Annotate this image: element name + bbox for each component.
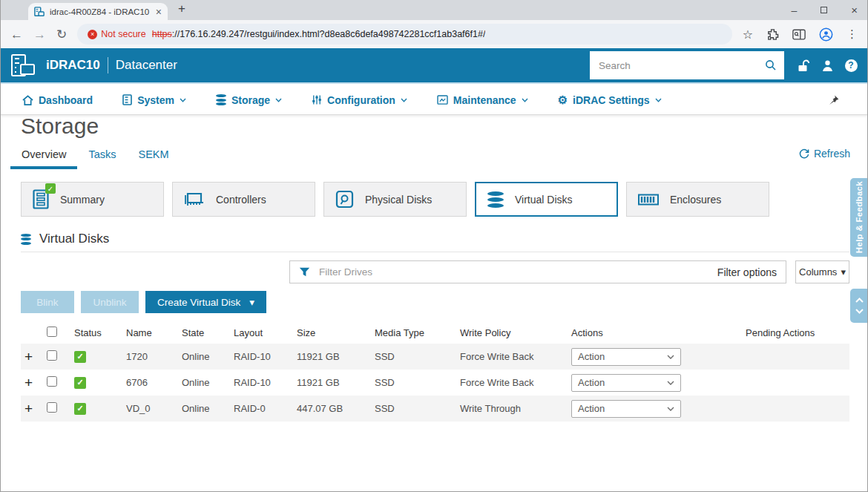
browser-menu-icon[interactable]: ⋮ (846, 27, 858, 41)
tab-close-icon[interactable]: × (156, 7, 162, 17)
chevron-down-icon (667, 381, 674, 385)
filter-drives-box[interactable]: Filter options (289, 260, 786, 283)
window-minimize-icon[interactable]: – (791, 4, 797, 16)
action-select[interactable]: Action (571, 374, 681, 392)
idrac-logo-icon (10, 53, 37, 77)
col-pending-actions: Pending Actions (742, 327, 849, 338)
vd-state: Online (178, 351, 230, 362)
menu-configuration[interactable]: Configuration (312, 94, 407, 106)
action-select[interactable]: Action (571, 348, 681, 366)
card-controllers[interactable]: Controllers (172, 182, 315, 217)
window-close-icon[interactable]: × (851, 4, 858, 16)
row-checkbox[interactable] (47, 376, 57, 387)
card-summary[interactable]: ✓ Summary (21, 182, 164, 217)
not-secure-badge[interactable]: × Not secure (88, 29, 145, 39)
reload-icon[interactable]: ↻ (56, 28, 67, 41)
menu-storage[interactable]: Storage (216, 94, 282, 107)
page-scroll-tab[interactable] (850, 289, 868, 323)
filter-options-link[interactable]: Filter options (717, 266, 777, 278)
select-all-checkbox[interactable] (47, 327, 57, 337)
expand-row-icon[interactable]: + (21, 375, 43, 390)
card-physical-disks[interactable]: Physical Disks (323, 182, 467, 217)
vd-state: Online (178, 377, 230, 388)
action-select-value: Action (578, 403, 605, 414)
bookmark-star-icon[interactable]: ☆ (743, 27, 753, 42)
vd-state: Online (178, 403, 230, 414)
blink-button[interactable]: Blink (21, 291, 74, 313)
unlock-icon[interactable] (798, 59, 811, 72)
vd-layout: RAID-0 (230, 403, 293, 414)
menu-maintenance[interactable]: Maintenance (437, 94, 528, 106)
new-tab-button[interactable]: + (178, 1, 185, 16)
expand-row-icon[interactable]: + (21, 350, 43, 364)
table-row: + ✓ 6706 Online RAID-10 11921 GB SSD For… (21, 370, 849, 396)
tab-sekm[interactable]: SEKM (128, 147, 180, 169)
url-rest: ://176.16.249.247/restgui/index.html?d8e… (172, 29, 486, 39)
chevron-down-icon (180, 98, 186, 102)
extensions-icon[interactable] (766, 28, 779, 41)
columns-dropdown[interactable]: Columns ▾ (795, 260, 849, 283)
filter-drives-input[interactable] (318, 266, 710, 278)
user-icon[interactable] (821, 59, 834, 72)
chevron-down-icon (655, 98, 662, 102)
window-maximize-icon[interactable] (821, 7, 827, 13)
vd-name: 1720 (122, 351, 178, 362)
menu-label: iDRAC Settings (573, 94, 649, 106)
app-header: iDRAC10 Datacenter ? (0, 48, 868, 84)
tab-overview[interactable]: Overview (10, 147, 77, 169)
row-checkbox[interactable] (47, 350, 57, 361)
profile-icon[interactable] (819, 27, 833, 42)
col-actions: Actions (568, 327, 742, 338)
tab-tasks[interactable]: Tasks (77, 147, 127, 169)
idrac-favicon-icon (34, 7, 45, 17)
card-label: Virtual Disks (515, 194, 573, 206)
row-checkbox[interactable] (47, 402, 57, 413)
url-scheme: https (152, 29, 172, 39)
card-enclosures[interactable]: Enclosures (626, 182, 769, 217)
chevron-up-icon[interactable] (855, 298, 864, 303)
forward-icon[interactable]: → (33, 28, 46, 41)
gear-icon: ⚙ (558, 94, 568, 105)
card-label: Physical Disks (365, 194, 432, 206)
unblink-button[interactable]: Unblink (81, 291, 139, 313)
section-header: Virtual Disks (21, 232, 109, 246)
vd-write-policy: Force Write Back (456, 351, 568, 362)
global-search[interactable] (590, 51, 784, 79)
vd-name: VD_0 (122, 403, 178, 414)
menu-system[interactable]: System (122, 94, 186, 106)
menu-label: Storage (231, 94, 270, 106)
vd-size: 447.07 GB (293, 403, 371, 414)
virtual-disk-icon (21, 232, 31, 246)
browser-tab[interactable]: idrac-4R00Z84 - iDRAC10 - Stor × (28, 3, 168, 20)
expand-row-icon[interactable]: + (21, 401, 43, 416)
caret-down-icon: ▾ (249, 296, 254, 308)
menu-dashboard[interactable]: Dashboard (22, 94, 93, 106)
help-feedback-tab[interactable]: Help & Feedback (850, 178, 868, 257)
menu-label: Configuration (327, 94, 395, 106)
license-edition: Datacenter (116, 58, 177, 73)
virtual-disks-table: Status Name State Layout Size Media Type… (21, 321, 849, 422)
search-input[interactable] (597, 59, 759, 72)
healthy-check-badge: ✓ (45, 183, 56, 194)
search-icon[interactable] (765, 59, 777, 71)
help-icon[interactable]: ? (845, 59, 858, 72)
back-icon[interactable]: ← (10, 28, 23, 41)
menu-idrac-settings[interactable]: ⚙ iDRAC Settings (558, 94, 662, 106)
maintenance-icon (437, 95, 448, 105)
summary-server-icon: ✓ (33, 189, 49, 209)
controller-icon (184, 191, 205, 209)
side-panel-icon[interactable] (792, 29, 806, 40)
chevron-down-icon[interactable] (855, 309, 864, 314)
page-title: Storage (21, 114, 99, 139)
create-virtual-disk-button[interactable]: Create Virtual Disk ▾ (145, 291, 266, 313)
pin-icon[interactable] (828, 94, 840, 106)
card-virtual-disks[interactable]: Virtual Disks (475, 182, 618, 217)
col-write-policy: Write Policy (456, 327, 568, 338)
refresh-button[interactable]: Refresh (799, 148, 850, 160)
table-action-buttons: Blink Unblink Create Virtual Disk ▾ (21, 291, 266, 313)
address-bar[interactable]: × Not secure https://176.16.249.247/rest… (77, 24, 731, 45)
url-text: https://176.16.249.247/restgui/index.htm… (152, 29, 486, 39)
vd-layout: RAID-10 (230, 377, 293, 388)
action-select[interactable]: Action (571, 400, 681, 418)
create-label: Create Virtual Disk (157, 297, 240, 308)
